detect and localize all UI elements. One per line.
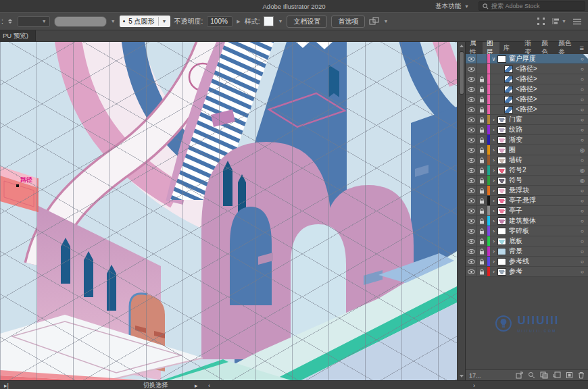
vertical-scrollbar[interactable]	[457, 42, 465, 380]
panel-tab[interactable]: 渐变	[520, 42, 537, 54]
chevron-right-icon[interactable]: ▶	[237, 19, 240, 24]
opacity-value[interactable]: 100%	[207, 16, 232, 27]
expander-icon[interactable]: ›	[490, 228, 497, 234]
target-circle-icon[interactable]: ○	[577, 259, 588, 265]
expander-icon[interactable]: ›	[490, 238, 497, 244]
layer-thumbnail[interactable]	[497, 187, 506, 194]
layer-thumbnail[interactable]	[504, 106, 513, 113]
visibility-toggle[interactable]	[466, 216, 477, 226]
expander-icon[interactable]: ›	[490, 188, 497, 194]
expander-icon[interactable]: ›	[490, 127, 497, 133]
lock-toggle[interactable]	[477, 105, 487, 114]
target-circle-icon[interactable]: ○	[577, 127, 588, 133]
stroke-weight-stepper[interactable]	[7, 19, 14, 24]
expander-icon[interactable]: ›	[490, 117, 497, 123]
lock-toggle[interactable]	[477, 135, 487, 145]
layer-name[interactable]: 符号2	[509, 165, 577, 175]
layer-thumbnail[interactable]	[497, 268, 506, 276]
align-icon[interactable]	[552, 18, 560, 25]
preferences-button[interactable]: 首选项	[331, 16, 365, 28]
new-sublayer-icon[interactable]	[553, 371, 561, 379]
visibility-toggle[interactable]	[466, 267, 477, 276]
visibility-toggle[interactable]	[466, 105, 477, 114]
expander-icon[interactable]: ∨	[490, 56, 497, 62]
layer-row[interactable]: › 渐变 ○	[466, 135, 588, 145]
layer-name[interactable]: 参考线	[509, 257, 577, 266]
new-layer-icon[interactable]	[566, 371, 573, 379]
delete-layer-icon[interactable]	[578, 371, 585, 379]
visibility-toggle[interactable]	[466, 145, 477, 155]
lock-toggle[interactable]	[477, 196, 487, 205]
stock-search[interactable]	[479, 1, 585, 11]
layer-name[interactable]: 参考	[509, 267, 577, 276]
layer-row[interactable]: <路径> ○	[466, 64, 588, 74]
visibility-toggle[interactable]	[466, 84, 477, 94]
layer-thumbnail[interactable]	[497, 167, 506, 174]
layer-name[interactable]: 底板	[509, 236, 577, 246]
lock-toggle[interactable]	[477, 206, 487, 215]
style-swatch[interactable]	[264, 16, 274, 26]
visibility-toggle[interactable]	[466, 186, 477, 195]
canvas-artwork[interactable]	[0, 42, 457, 380]
target-circle-icon[interactable]: ○	[577, 198, 588, 204]
layer-name[interactable]: <路径>	[516, 95, 577, 104]
visibility-toggle[interactable]	[466, 257, 477, 266]
target-circle-icon[interactable]: ◎	[577, 147, 588, 153]
layer-row[interactable]: › 建筑整体 ○	[466, 216, 588, 226]
artboard-prev-icon[interactable]: ‹	[208, 381, 210, 389]
collect-export-icon[interactable]	[516, 371, 523, 379]
target-circle-icon[interactable]: ○	[577, 249, 588, 255]
layer-row[interactable]: › 亭子 ○	[466, 206, 588, 216]
layer-row[interactable]: › 亭子悬浮 ○	[466, 196, 588, 206]
layer-name[interactable]: 亭子悬浮	[509, 196, 577, 205]
expander-icon[interactable]: ›	[490, 218, 497, 224]
lock-toggle[interactable]	[477, 145, 487, 155]
clipping-mask-icon[interactable]	[540, 371, 548, 379]
layer-row[interactable]: › 参考 ○	[466, 267, 588, 277]
visibility-toggle[interactable]	[466, 135, 477, 145]
expander-icon[interactable]: ›	[490, 147, 497, 153]
target-circle-icon[interactable]: ○	[577, 269, 588, 275]
layer-row[interactable]: › 符号2 ◎	[466, 165, 588, 176]
lock-toggle[interactable]	[477, 257, 487, 266]
lock-toggle[interactable]	[477, 95, 487, 104]
target-circle-icon[interactable]: ○	[577, 117, 588, 123]
lock-toggle[interactable]	[477, 125, 487, 134]
visibility-toggle[interactable]	[466, 226, 477, 236]
lock-toggle[interactable]	[477, 236, 487, 246]
target-circle-icon[interactable]: ○	[577, 157, 588, 163]
layer-name[interactable]: 门窗	[509, 115, 577, 124]
layer-name[interactable]: 窗户厚度	[509, 54, 577, 63]
layer-row[interactable]: › 背景 ○	[466, 247, 588, 257]
layer-name[interactable]: 墙砖	[509, 155, 577, 165]
layer-thumbnail[interactable]	[497, 116, 506, 124]
target-circle-icon[interactable]: ○	[577, 188, 588, 194]
layer-name[interactable]: 零碎板	[509, 226, 577, 236]
layer-thumbnail[interactable]	[504, 86, 513, 93]
visibility-toggle[interactable]	[466, 64, 477, 74]
lock-toggle[interactable]	[477, 186, 487, 195]
target-circle-icon[interactable]: ◎	[577, 167, 588, 174]
visibility-toggle[interactable]	[466, 206, 477, 215]
expander-icon[interactable]: ›	[490, 208, 497, 214]
artboard-next-icon[interactable]: ▸	[195, 381, 198, 389]
layer-thumbnail[interactable]	[497, 228, 506, 235]
panel-tab[interactable]: 图层	[483, 42, 499, 54]
target-circle-icon[interactable]: ○	[577, 97, 588, 103]
document-tab[interactable]: PU 预览)	[0, 30, 36, 41]
workspace-switcher[interactable]: 基本功能 ▼	[431, 2, 473, 11]
expander-icon[interactable]: ›	[490, 249, 497, 255]
layer-thumbnail[interactable]	[497, 177, 506, 184]
layer-thumbnail[interactable]	[497, 217, 506, 225]
width-profile-preview[interactable]	[54, 16, 107, 27]
canvas-area[interactable]: 路径	[0, 42, 465, 380]
panel-tab[interactable]: 颜色	[537, 42, 554, 54]
target-circle-icon[interactable]: ○	[577, 76, 588, 82]
layer-row[interactable]: ∨ 窗户厚度 ○	[466, 54, 588, 64]
layer-thumbnail[interactable]	[497, 136, 506, 144]
scroll-up-icon[interactable]	[460, 45, 464, 47]
lock-toggle[interactable]	[477, 267, 487, 276]
layer-name[interactable]: 渐变	[509, 135, 577, 145]
artboard-first-icon[interactable]: ▸|	[4, 381, 9, 389]
layer-thumbnail[interactable]	[497, 207, 506, 215]
